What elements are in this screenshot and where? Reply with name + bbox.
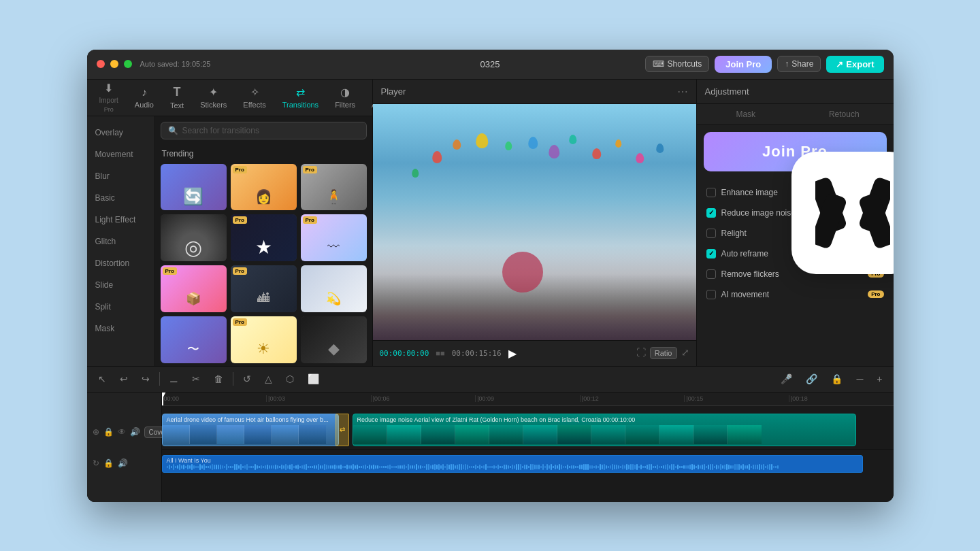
- audio-volume-icon[interactable]: 🔊: [118, 458, 128, 468]
- tab-retouch[interactable]: Retouch: [795, 104, 894, 124]
- shortcuts-button[interactable]: ⌨ Shortcuts: [645, 56, 710, 72]
- speed-tool[interactable]: ↺: [239, 371, 255, 387]
- play-button[interactable]: ▶: [508, 347, 517, 360]
- wave-bar: [553, 466, 554, 469]
- list-item[interactable]: Pro 〰 ⬇ Sliding...morles: [301, 214, 367, 261]
- thumb-content: 👩: [255, 188, 272, 205]
- cut-tool[interactable]: ✂: [188, 371, 204, 387]
- maximize-button[interactable]: [124, 60, 132, 68]
- adj-ai-movement[interactable]: AI movement Pro: [697, 284, 894, 305]
- link-tool[interactable]: 🔗: [802, 371, 821, 387]
- wave-bar: [436, 465, 438, 469]
- wave-bar: [179, 464, 180, 469]
- wave-bar: [644, 466, 646, 468]
- reverse-tool[interactable]: △: [261, 371, 276, 387]
- flickers-checkbox[interactable]: [706, 269, 716, 279]
- audio-clip-1[interactable]: All I Want Is You // Generate waveform b…: [162, 455, 863, 473]
- list-item[interactable]: Pro 📦 ⬇ Three... Zoom: [161, 265, 227, 312]
- toolbar-audio[interactable]: ♪ Audio: [128, 82, 161, 113]
- toolbar-text[interactable]: T Text: [163, 81, 191, 114]
- zoom-out-icon[interactable]: ─: [852, 371, 867, 387]
- lock-icon[interactable]: 🔒: [103, 427, 114, 437]
- enhance-checkbox[interactable]: [706, 188, 716, 197]
- list-item[interactable]: Pro ★ Star Inhalation: [231, 214, 297, 261]
- wave-bar: [475, 465, 476, 469]
- thumb-content: ★: [255, 236, 272, 258]
- ratio-button[interactable]: Ratio: [650, 347, 677, 359]
- cat-glitch[interactable]: Glitch: [87, 231, 154, 252]
- wave-bar: [420, 465, 421, 469]
- loop-icon[interactable]: ↻: [93, 458, 99, 468]
- lock-tool[interactable]: 🔒: [827, 371, 847, 387]
- freeze-tool[interactable]: ⬡: [282, 371, 298, 387]
- share-button[interactable]: ↑ Share: [777, 56, 821, 72]
- list-item[interactable]: Pro 🧍 Streamer I: [301, 164, 367, 211]
- cat-mask[interactable]: Mask: [87, 318, 154, 339]
- cat-overlay[interactable]: Overlay: [87, 122, 154, 144]
- cat-split[interactable]: Split: [87, 296, 154, 318]
- toolbar-effects[interactable]: ✧ Effects: [236, 82, 272, 113]
- split-tool[interactable]: ⚊: [165, 371, 182, 387]
- fullscreen-icon[interactable]: ⛶: [636, 347, 646, 359]
- cat-slide[interactable]: Slide: [87, 274, 154, 296]
- list-item[interactable]: ◆ Dark: [301, 316, 367, 363]
- volume-icon[interactable]: 🔊: [130, 427, 140, 437]
- join-pro-button[interactable]: Join Pro: [715, 56, 772, 73]
- list-item[interactable]: 🔄 Space Flip: [161, 164, 227, 211]
- cat-light-effect[interactable]: Light Effect: [87, 209, 154, 231]
- cat-blur[interactable]: Blur: [87, 165, 154, 187]
- search-bar[interactable]: 🔍 Search for transitions: [161, 122, 367, 139]
- wave-bar: [483, 465, 485, 468]
- cat-basic[interactable]: Basic: [87, 187, 154, 209]
- wave-bar: [659, 466, 660, 468]
- list-item[interactable]: 〜 Disto...Sweep: [161, 316, 227, 363]
- undo-tool[interactable]: ↩: [116, 371, 132, 387]
- wave-bar: [265, 465, 266, 469]
- video-clip-1[interactable]: Aerial drone video of famous Hot air bal…: [162, 414, 339, 446]
- mark-0: 00:00: [162, 395, 267, 402]
- zoom-in-icon[interactable]: +: [872, 371, 886, 387]
- toolbar-import[interactable]: ⬇ Import Pro: [93, 78, 125, 117]
- list-item[interactable]: Pro 👩 ⬇ Golden Flare: [231, 164, 297, 211]
- wave-bar: [640, 465, 642, 469]
- divider: [159, 372, 160, 386]
- wave-bar: [510, 466, 511, 468]
- wave-bar: [620, 466, 621, 468]
- toolbar-transitions[interactable]: ⇄ Transitions: [276, 82, 325, 113]
- reframe-checkbox[interactable]: ✓: [706, 249, 716, 258]
- add-track-icon[interactable]: ⊕: [93, 427, 99, 437]
- minimize-button[interactable]: [110, 60, 118, 68]
- mic-icon[interactable]: 🎤: [777, 371, 796, 387]
- list-item[interactable]: Pro ☀ Light: [231, 316, 297, 363]
- redo-tool[interactable]: ↪: [137, 371, 154, 387]
- list-item[interactable]: 💫 ⬇ Shake III: [301, 265, 367, 312]
- video-clip-2[interactable]: Reduce image noise Aerial view of Zlatni…: [353, 414, 856, 446]
- crop-tool[interactable]: ⬜: [304, 371, 323, 387]
- transition-marker[interactable]: ⇄: [336, 414, 349, 446]
- audio-lock-icon[interactable]: 🔒: [103, 458, 114, 468]
- noise-checkbox[interactable]: ✓: [706, 208, 716, 218]
- capcut-logo: [812, 172, 894, 254]
- delete-tool[interactable]: 🗑: [210, 371, 227, 387]
- playhead[interactable]: [162, 393, 163, 405]
- toolbar-filters[interactable]: ◑ Filters: [328, 82, 362, 113]
- pro-badge: Pro: [303, 216, 317, 224]
- relight-checkbox[interactable]: [706, 229, 716, 238]
- export-button[interactable]: ↗ Export: [826, 56, 883, 73]
- wave-bar: [418, 465, 419, 469]
- tab-mask[interactable]: Mask: [697, 104, 796, 124]
- balloon: [412, 169, 419, 178]
- list-item[interactable]: ◎ ⬇ Shutter II: [161, 214, 227, 261]
- player-menu-icon[interactable]: ⋯: [677, 85, 688, 98]
- close-button[interactable]: [97, 60, 105, 68]
- eye-icon[interactable]: 👁: [118, 427, 126, 437]
- ai-movement-checkbox[interactable]: [706, 290, 716, 299]
- toolbar-stickers[interactable]: ✦ Stickers: [193, 82, 233, 113]
- cat-distortion[interactable]: Distortion: [87, 252, 154, 274]
- thumb-content: 🏙: [257, 291, 270, 305]
- cat-movement[interactable]: Movement: [87, 144, 154, 165]
- select-tool[interactable]: ↖: [94, 371, 110, 387]
- list-item[interactable]: Pro 🏙 Backgr...tching: [231, 265, 297, 312]
- expand-icon[interactable]: ⤢: [681, 347, 689, 359]
- wave-bar: [700, 465, 701, 468]
